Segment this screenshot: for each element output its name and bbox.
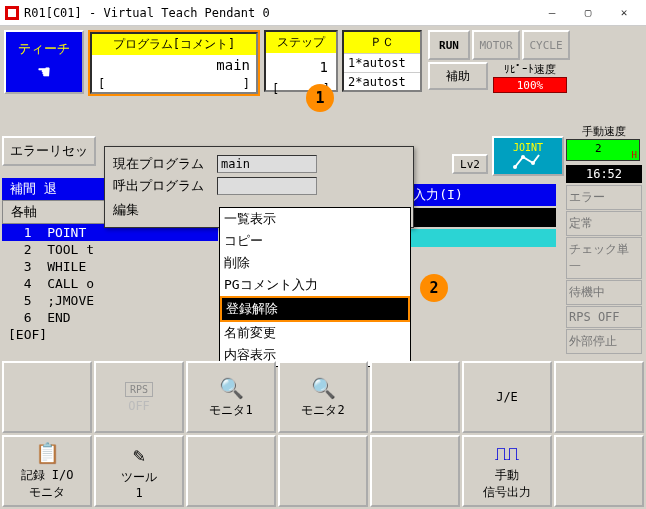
- pc-box[interactable]: ＰＣ 1*autost 2*autost: [342, 30, 422, 92]
- status-check: チェック単一: [566, 237, 642, 279]
- menu-item[interactable]: コピー: [220, 230, 410, 252]
- step-header: ステップ: [266, 32, 336, 53]
- bottom-grid: RPS OFF 🔍 モニタ1 🔍 モニタ2 J/E 📋 記録 I/O モニタ ✎…: [2, 361, 644, 507]
- record-io-button[interactable]: 📋 記録 I/O モニタ: [2, 435, 92, 507]
- je-button[interactable]: J/E: [462, 361, 552, 433]
- status-rps: RPS OFF: [566, 306, 642, 328]
- bottom-blank-4[interactable]: [186, 435, 276, 507]
- program-line[interactable]: 4 CALL o: [2, 275, 218, 292]
- repeat-value[interactable]: 100%: [493, 77, 567, 93]
- step-box[interactable]: ステップ 1 []: [264, 30, 338, 92]
- signal-out-label: 手動 信号出力: [483, 467, 531, 501]
- bottom-blank-1[interactable]: [2, 361, 92, 433]
- menu-item[interactable]: 登録解除: [220, 296, 410, 322]
- menu-item[interactable]: 一覧表示: [220, 208, 410, 230]
- teach-label: ティーチ: [18, 40, 70, 58]
- program-line[interactable]: 6 END: [2, 309, 218, 326]
- rps-off-button[interactable]: RPS OFF: [94, 361, 184, 433]
- svg-rect-1: [8, 9, 16, 17]
- pulse-icon: ⎍⎍: [495, 441, 519, 465]
- edit-popup: 現在プログラム main 呼出プログラム 編集 一覧表示コピー削除PGコメント入…: [104, 146, 414, 228]
- pc-row: 1*autost: [344, 53, 420, 72]
- tool-icon: ✎: [133, 443, 145, 467]
- status-normal: 定常: [566, 211, 642, 236]
- program-header: プログラム[コメント]: [92, 34, 256, 55]
- svg-point-3: [521, 155, 525, 159]
- call-program-field[interactable]: [217, 177, 317, 195]
- minimize-button[interactable]: —: [534, 2, 570, 24]
- monitor2-button[interactable]: 🔍 モニタ2: [278, 361, 368, 433]
- monitor1-label: モニタ1: [209, 402, 252, 419]
- titlebar: R01[C01] - Virtual Teach Pendant 0 — ▢ ✕: [0, 0, 646, 26]
- monitor2-label: モニタ2: [301, 402, 344, 419]
- speed-mark-icon: H: [632, 150, 637, 160]
- cycle-button[interactable]: CYCLE: [522, 30, 570, 60]
- joint-label: JOINT: [513, 142, 543, 153]
- window-title: R01[C01] - Virtual Teach Pendant 0: [24, 6, 270, 20]
- pc-row: 2*autost: [344, 72, 420, 91]
- record-io-label: 記録 I/O モニタ: [21, 467, 74, 501]
- hand-icon: ☚: [38, 60, 50, 84]
- program-value: main: [92, 55, 256, 76]
- call-program-label: 呼出プログラム: [113, 177, 217, 195]
- signal-out-button[interactable]: ⎍⎍ 手動 信号出力: [462, 435, 552, 507]
- menu-item[interactable]: 名前変更: [220, 322, 410, 344]
- clock-display: 16:52: [566, 165, 642, 183]
- program-line[interactable]: 2 TOOL t: [2, 241, 218, 258]
- program-box-highlight: プログラム[コメント] main []: [88, 30, 260, 96]
- joint-button[interactable]: JOINT: [492, 136, 564, 176]
- program-line[interactable]: 3 WHILE: [2, 258, 218, 275]
- eof-marker: [EOF]: [2, 326, 218, 343]
- bottom-blank-7[interactable]: [554, 435, 644, 507]
- tool1-label: ツール 1: [121, 469, 157, 500]
- svg-point-4: [531, 161, 535, 165]
- bottom-blank-2[interactable]: [370, 361, 460, 433]
- rps-label: RPS: [125, 382, 153, 397]
- menu-item[interactable]: PGコメント入力: [220, 274, 410, 296]
- tool1-button[interactable]: ✎ ツール 1: [94, 435, 184, 507]
- clipboard-icon: 📋: [35, 441, 60, 465]
- status-error: エラー: [566, 185, 642, 210]
- monitor-icon: 🔍: [311, 376, 336, 400]
- app-icon: [4, 5, 20, 21]
- bottom-blank-6[interactable]: [370, 435, 460, 507]
- edit-menu: 一覧表示コピー削除PGコメント入力登録解除名前変更内容表示: [219, 207, 411, 367]
- menu-item[interactable]: 削除: [220, 252, 410, 274]
- manual-speed-box[interactable]: 2 H: [566, 139, 640, 161]
- current-program-label: 現在プログラム: [113, 155, 217, 173]
- current-program-field[interactable]: main: [217, 155, 317, 173]
- teach-button[interactable]: ティーチ ☚: [4, 30, 84, 94]
- svg-point-2: [513, 165, 517, 169]
- step-value: 1: [266, 53, 336, 81]
- maximize-button[interactable]: ▢: [570, 2, 606, 24]
- manual-speed-label: 手動速度: [566, 124, 642, 139]
- callout-2: 2: [420, 274, 448, 302]
- monitor-icon: 🔍: [219, 376, 244, 400]
- off-label: OFF: [128, 399, 150, 413]
- lv2-button[interactable]: Lv2: [452, 154, 488, 174]
- status-wait: 待機中: [566, 280, 642, 305]
- speed-value: 2: [595, 142, 602, 155]
- repeat-speed-box: ﾘﾋﾟｰﾄ速度 100%: [490, 62, 570, 93]
- status-extstop: 外部停止: [566, 329, 642, 354]
- motor-button[interactable]: MOTOR: [472, 30, 520, 60]
- repeat-label: ﾘﾋﾟｰﾄ速度: [504, 62, 556, 77]
- monitor1-button[interactable]: 🔍 モニタ1: [186, 361, 276, 433]
- program-box[interactable]: プログラム[コメント] main []: [90, 32, 258, 94]
- je-label: J/E: [496, 390, 518, 404]
- close-button[interactable]: ✕: [606, 2, 642, 24]
- aux-button[interactable]: 補助: [428, 62, 488, 90]
- run-button[interactable]: RUN: [428, 30, 470, 60]
- callout-1: 1: [306, 84, 334, 112]
- bottom-blank-5[interactable]: [278, 435, 368, 507]
- robot-arm-icon: [513, 153, 543, 171]
- error-reset-tab[interactable]: エラーリセッ: [2, 136, 96, 166]
- pc-header: ＰＣ: [344, 32, 420, 53]
- program-line[interactable]: 5 ;JMOVE: [2, 292, 218, 309]
- bottom-blank-3[interactable]: [554, 361, 644, 433]
